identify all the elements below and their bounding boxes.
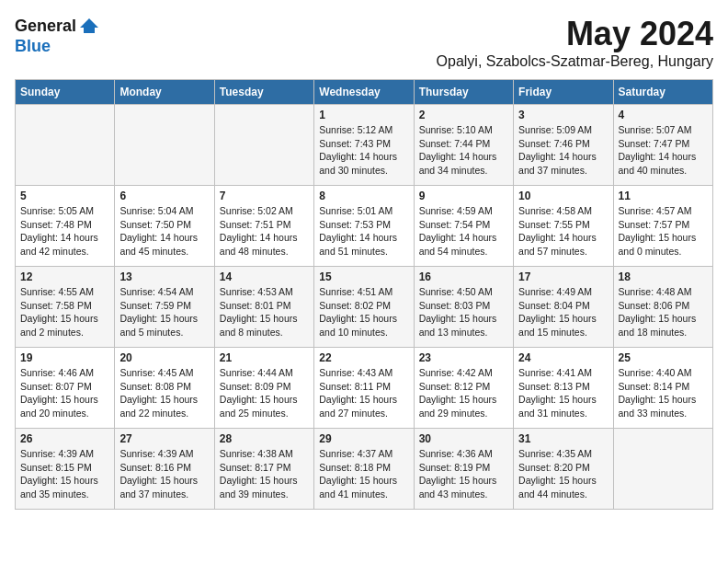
day-number: 7 xyxy=(220,190,309,202)
column-header-saturday: Saturday xyxy=(613,80,712,105)
calendar-cell: 25Sunrise: 4:40 AM Sunset: 8:14 PM Dayli… xyxy=(613,348,712,429)
calendar-cell: 12Sunrise: 4:55 AM Sunset: 7:58 PM Dayli… xyxy=(16,267,115,348)
day-info: Sunrise: 4:44 AM Sunset: 8:09 PM Dayligh… xyxy=(220,366,309,420)
column-header-wednesday: Wednesday xyxy=(314,80,414,105)
day-info: Sunrise: 4:35 AM Sunset: 8:20 PM Dayligh… xyxy=(518,447,608,501)
day-number: 31 xyxy=(518,432,608,445)
day-number: 11 xyxy=(619,190,708,202)
day-number: 21 xyxy=(220,351,309,364)
calendar-cell: 16Sunrise: 4:50 AM Sunset: 8:03 PM Dayli… xyxy=(414,267,513,348)
day-number: 28 xyxy=(220,432,309,445)
calendar-week-row: 5Sunrise: 5:05 AM Sunset: 7:48 PM Daylig… xyxy=(16,186,713,267)
day-number: 26 xyxy=(20,432,109,445)
day-info: Sunrise: 5:01 AM Sunset: 7:53 PM Dayligh… xyxy=(319,204,408,259)
calendar-cell: 14Sunrise: 4:53 AM Sunset: 8:01 PM Dayli… xyxy=(214,267,313,348)
day-number: 14 xyxy=(220,270,309,283)
calendar-cell: 27Sunrise: 4:39 AM Sunset: 8:16 PM Dayli… xyxy=(115,429,214,510)
day-number: 18 xyxy=(619,270,708,283)
day-info: Sunrise: 4:46 AM Sunset: 8:07 PM Dayligh… xyxy=(20,366,109,420)
day-info: Sunrise: 4:38 AM Sunset: 8:17 PM Dayligh… xyxy=(220,447,309,501)
column-header-monday: Monday xyxy=(115,80,214,105)
day-info: Sunrise: 5:12 AM Sunset: 7:43 PM Dayligh… xyxy=(319,123,408,178)
calendar-cell: 7Sunrise: 5:02 AM Sunset: 7:51 PM Daylig… xyxy=(214,186,313,267)
day-info: Sunrise: 5:07 AM Sunset: 7:47 PM Dayligh… xyxy=(619,123,708,178)
calendar-cell xyxy=(115,105,214,186)
day-number: 2 xyxy=(419,109,508,121)
day-number: 17 xyxy=(518,270,608,283)
calendar-cell: 24Sunrise: 4:41 AM Sunset: 8:13 PM Dayli… xyxy=(514,348,613,429)
calendar-cell: 2Sunrise: 5:10 AM Sunset: 7:44 PM Daylig… xyxy=(414,105,513,186)
day-number: 19 xyxy=(20,351,109,364)
calendar-cell xyxy=(16,105,115,186)
day-number: 5 xyxy=(20,190,109,202)
day-number: 23 xyxy=(419,351,508,364)
title-area: May 2024 Opalyi, Szabolcs-Szatmar-Bereg,… xyxy=(437,15,713,70)
calendar-cell: 29Sunrise: 4:37 AM Sunset: 8:18 PM Dayli… xyxy=(314,429,414,510)
calendar-cell: 3Sunrise: 5:09 AM Sunset: 7:46 PM Daylig… xyxy=(514,105,613,186)
calendar-cell: 13Sunrise: 4:54 AM Sunset: 7:59 PM Dayli… xyxy=(115,267,214,348)
calendar-cell: 22Sunrise: 4:43 AM Sunset: 8:11 PM Dayli… xyxy=(314,348,414,429)
logo: General Blue xyxy=(15,15,100,56)
day-info: Sunrise: 4:57 AM Sunset: 7:57 PM Dayligh… xyxy=(619,204,708,259)
day-info: Sunrise: 4:43 AM Sunset: 8:11 PM Dayligh… xyxy=(319,366,408,420)
calendar-cell: 1Sunrise: 5:12 AM Sunset: 7:43 PM Daylig… xyxy=(314,105,414,186)
calendar-cell: 23Sunrise: 4:42 AM Sunset: 8:12 PM Dayli… xyxy=(414,348,513,429)
calendar-cell: 8Sunrise: 5:01 AM Sunset: 7:53 PM Daylig… xyxy=(314,186,414,267)
day-number: 29 xyxy=(319,432,408,445)
column-header-friday: Friday xyxy=(514,80,613,105)
day-number: 1 xyxy=(319,109,408,121)
logo-blue: Blue xyxy=(15,37,51,56)
day-info: Sunrise: 4:51 AM Sunset: 8:02 PM Dayligh… xyxy=(319,285,408,339)
calendar-cell: 28Sunrise: 4:38 AM Sunset: 8:17 PM Dayli… xyxy=(214,429,313,510)
day-number: 6 xyxy=(119,190,209,202)
day-number: 3 xyxy=(518,109,608,121)
calendar-cell: 19Sunrise: 4:46 AM Sunset: 8:07 PM Dayli… xyxy=(16,348,115,429)
day-number: 13 xyxy=(119,270,209,283)
day-number: 20 xyxy=(119,351,209,364)
day-info: Sunrise: 4:45 AM Sunset: 8:08 PM Dayligh… xyxy=(119,366,209,420)
calendar-cell: 31Sunrise: 4:35 AM Sunset: 8:20 PM Dayli… xyxy=(514,429,613,510)
day-info: Sunrise: 4:54 AM Sunset: 7:59 PM Dayligh… xyxy=(119,285,209,339)
day-info: Sunrise: 4:49 AM Sunset: 8:04 PM Dayligh… xyxy=(518,285,608,339)
calendar-cell: 4Sunrise: 5:07 AM Sunset: 7:47 PM Daylig… xyxy=(613,105,712,186)
day-info: Sunrise: 5:10 AM Sunset: 7:44 PM Dayligh… xyxy=(419,123,508,178)
calendar-cell: 17Sunrise: 4:49 AM Sunset: 8:04 PM Dayli… xyxy=(514,267,613,348)
page-header: General Blue May 2024 Opalyi, Szabolcs-S… xyxy=(15,15,713,70)
calendar-cell xyxy=(613,429,712,510)
calendar-cell xyxy=(214,105,313,186)
day-number: 24 xyxy=(518,351,608,364)
calendar-cell: 9Sunrise: 4:59 AM Sunset: 7:54 PM Daylig… xyxy=(414,186,513,267)
day-info: Sunrise: 4:58 AM Sunset: 7:55 PM Dayligh… xyxy=(518,204,608,259)
svg-marker-0 xyxy=(80,18,98,33)
day-info: Sunrise: 4:41 AM Sunset: 8:13 PM Dayligh… xyxy=(518,366,608,420)
day-number: 25 xyxy=(619,351,708,364)
calendar-week-row: 1Sunrise: 5:12 AM Sunset: 7:43 PM Daylig… xyxy=(16,105,713,186)
column-header-tuesday: Tuesday xyxy=(214,80,313,105)
day-number: 4 xyxy=(619,109,708,121)
logo-general: General xyxy=(15,17,76,36)
day-info: Sunrise: 5:05 AM Sunset: 7:48 PM Dayligh… xyxy=(20,204,109,259)
day-number: 27 xyxy=(119,432,209,445)
calendar-week-row: 26Sunrise: 4:39 AM Sunset: 8:15 PM Dayli… xyxy=(16,429,713,510)
day-info: Sunrise: 4:36 AM Sunset: 8:19 PM Dayligh… xyxy=(419,447,508,501)
calendar-cell: 26Sunrise: 4:39 AM Sunset: 8:15 PM Dayli… xyxy=(16,429,115,510)
calendar-cell: 11Sunrise: 4:57 AM Sunset: 7:57 PM Dayli… xyxy=(613,186,712,267)
logo-icon xyxy=(78,15,100,37)
month-title: May 2024 xyxy=(437,15,713,53)
day-info: Sunrise: 5:02 AM Sunset: 7:51 PM Dayligh… xyxy=(220,204,309,259)
calendar-week-row: 12Sunrise: 4:55 AM Sunset: 7:58 PM Dayli… xyxy=(16,267,713,348)
day-number: 12 xyxy=(20,270,109,283)
column-header-thursday: Thursday xyxy=(414,80,513,105)
day-number: 16 xyxy=(419,270,508,283)
day-info: Sunrise: 4:53 AM Sunset: 8:01 PM Dayligh… xyxy=(220,285,309,339)
day-number: 30 xyxy=(419,432,508,445)
day-info: Sunrise: 4:40 AM Sunset: 8:14 PM Dayligh… xyxy=(619,366,708,420)
calendar-header-row: SundayMondayTuesdayWednesdayThursdayFrid… xyxy=(16,80,713,105)
calendar-week-row: 19Sunrise: 4:46 AM Sunset: 8:07 PM Dayli… xyxy=(16,348,713,429)
day-info: Sunrise: 4:39 AM Sunset: 8:15 PM Dayligh… xyxy=(20,447,109,501)
calendar-cell: 21Sunrise: 4:44 AM Sunset: 8:09 PM Dayli… xyxy=(214,348,313,429)
calendar-cell: 10Sunrise: 4:58 AM Sunset: 7:55 PM Dayli… xyxy=(514,186,613,267)
calendar-cell: 18Sunrise: 4:48 AM Sunset: 8:06 PM Dayli… xyxy=(613,267,712,348)
column-header-sunday: Sunday xyxy=(16,80,115,105)
calendar-cell: 6Sunrise: 5:04 AM Sunset: 7:50 PM Daylig… xyxy=(115,186,214,267)
